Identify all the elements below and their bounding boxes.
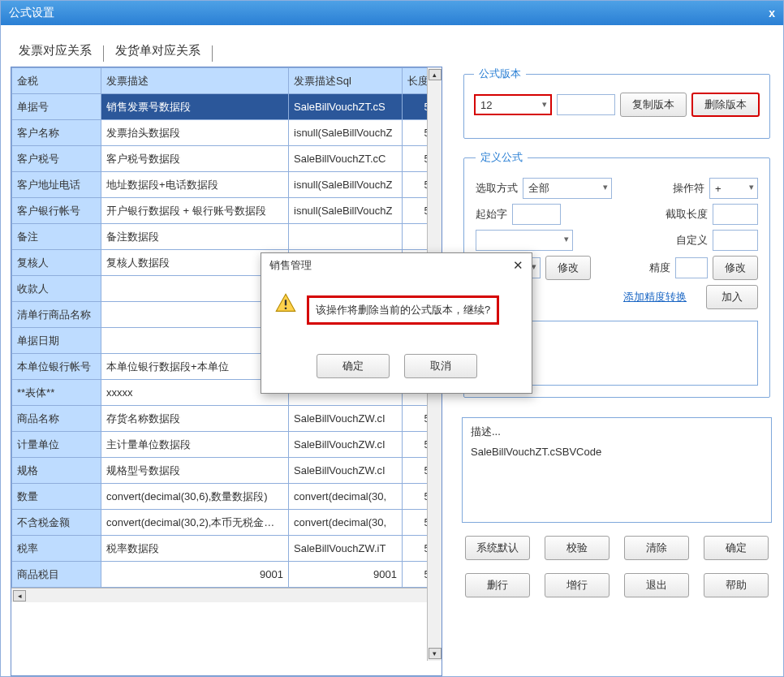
cell[interactable]: 开户银行数据段 + 银行账号数据段 <box>101 198 289 224</box>
cell[interactable]: SaleBillVouchZW.cI <box>289 432 403 458</box>
description-box[interactable]: 描述... SaleBillVouchZT.cSBVCode <box>462 417 772 523</box>
close-icon[interactable]: ✕ <box>513 258 523 273</box>
version-combo[interactable]: 12 <box>474 94 552 115</box>
ok-button[interactable]: 确定 <box>704 536 769 560</box>
cell[interactable]: convert(decimal(30, <box>289 484 403 510</box>
exit-button[interactable]: 退出 <box>624 573 689 597</box>
cell[interactable]: SaleBillVouchZW.iT <box>289 536 403 562</box>
scroll-up-icon[interactable]: ▴ <box>429 69 442 80</box>
table-row[interactable]: 客户地址电话地址数据段+电话数据段isnull(SaleBillVouchZ50 <box>12 172 442 198</box>
svg-rect-1 <box>285 308 286 309</box>
cell[interactable]: 地址数据段+电话数据段 <box>101 172 289 198</box>
dialog-cancel-button[interactable]: 取消 <box>404 354 477 378</box>
cell[interactable]: 客户名称 <box>12 120 101 146</box>
cell[interactable]: 存货名称数据段 <box>101 406 289 432</box>
cut-len-input[interactable] <box>713 204 758 225</box>
version-group: 公式版本 12 复制版本 删除版本 <box>463 67 770 139</box>
cell[interactable]: 数量 <box>12 484 101 510</box>
cell[interactable]: convert(decimal(30,6),数量数据段) <box>101 484 289 510</box>
close-icon[interactable]: x <box>769 6 775 19</box>
add-row-button[interactable]: 增行 <box>545 573 610 597</box>
clear-button[interactable]: 清除 <box>624 536 689 560</box>
table-row[interactable]: 规格规格型号数据段SaleBillVouchZW.cI50 <box>12 458 442 484</box>
cell[interactable]: 备注数据段 <box>101 224 289 250</box>
version-input[interactable] <box>557 94 615 115</box>
cell[interactable]: isnull(SaleBillVouchZ <box>289 120 403 146</box>
scroll-left-icon[interactable]: ◂ <box>13 590 26 602</box>
version-value: 12 <box>480 99 492 111</box>
cell[interactable]: 税率 <box>12 536 101 562</box>
cell[interactable]: 清单行商品名称 <box>12 302 101 328</box>
system-default-button[interactable]: 系统默认 <box>465 536 530 560</box>
cell[interactable]: **表体** <box>12 380 101 406</box>
add-button[interactable]: 加入 <box>706 285 758 309</box>
validate-button[interactable]: 校验 <box>545 536 610 560</box>
cell[interactable]: 单据号 <box>12 94 101 120</box>
copy-version-button[interactable]: 复制版本 <box>620 93 687 117</box>
custom-input[interactable] <box>713 230 758 251</box>
cell[interactable]: convert(decimal(30, <box>289 510 403 536</box>
cell[interactable]: 客户税号 <box>12 146 101 172</box>
cell[interactable]: 主计量单位数据段 <box>101 432 289 458</box>
delete-version-button[interactable]: 删除版本 <box>691 93 760 117</box>
tab-shipping-relation[interactable]: 发货单对应关系 <box>110 40 205 62</box>
cell[interactable]: 商品税目 <box>12 562 101 588</box>
table-row[interactable]: 不含税金额convert(decimal(30,2),本币无税金额数据conve… <box>12 510 442 536</box>
precision-modify-button[interactable]: 修改 <box>713 256 758 280</box>
cell[interactable]: 销售发票号数据段 <box>101 94 289 120</box>
cell[interactable]: 9001 <box>289 562 403 588</box>
cell[interactable]: 客户银行帐号 <box>12 198 101 224</box>
col-header[interactable]: 金税 <box>12 68 101 94</box>
table-row[interactable]: 商品税目9001900150 <box>12 562 442 588</box>
cell[interactable]: SaleBillVouchZW.cI <box>289 406 403 432</box>
table-row[interactable]: 单据号销售发票号数据段SaleBillVouchZT.cS50 <box>12 94 442 120</box>
cell[interactable]: 计量单位 <box>12 432 101 458</box>
cell[interactable]: SaleBillVouchZT.cS <box>289 94 403 120</box>
cell[interactable]: 本单位银行帐号 <box>12 354 101 380</box>
table-row[interactable]: 商品名称存货名称数据段SaleBillVouchZW.cI50 <box>12 406 442 432</box>
start-char-input[interactable] <box>512 204 561 225</box>
window-title: 公式设置 <box>9 6 54 20</box>
table-row[interactable]: 客户名称发票抬头数据段isnull(SaleBillVouchZ50 <box>12 120 442 146</box>
cell[interactable]: isnull(SaleBillVouchZ <box>289 198 403 224</box>
cell[interactable]: 9001 <box>101 562 289 588</box>
delete-row-button[interactable]: 删行 <box>465 573 530 597</box>
scroll-down-icon[interactable]: ▾ <box>429 648 442 659</box>
cell[interactable]: 不含税金额 <box>12 510 101 536</box>
cell[interactable]: 单据日期 <box>12 328 101 354</box>
cell[interactable]: isnull(SaleBillVouchZ <box>289 172 403 198</box>
col-header[interactable]: 发票描述 <box>101 68 289 94</box>
cell[interactable] <box>289 224 403 250</box>
table-row[interactable]: 计量单位主计量单位数据段SaleBillVouchZW.cI50 <box>12 432 442 458</box>
cell[interactable]: 规格型号数据段 <box>101 458 289 484</box>
cell[interactable]: 发票抬头数据段 <box>101 120 289 146</box>
help-button[interactable]: 帮助 <box>704 573 769 597</box>
table-row[interactable]: 税率税率数据段SaleBillVouchZW.iT50 <box>12 536 442 562</box>
cell[interactable]: SaleBillVouchZT.cC <box>289 146 403 172</box>
select-mode-label: 选取方式 <box>476 181 518 196</box>
table-row[interactable]: 客户银行帐号开户银行数据段 + 银行账号数据段isnull(SaleBillVo… <box>12 198 442 224</box>
cell[interactable]: 复核人 <box>12 250 101 276</box>
cell[interactable]: convert(decimal(30,2),本币无税金额数据 <box>101 510 289 536</box>
table-row[interactable]: 客户税号客户税号数据段SaleBillVouchZT.cC50 <box>12 146 442 172</box>
custom-combo[interactable] <box>476 230 573 251</box>
add-precision-link[interactable]: 添加精度转换 <box>618 285 691 309</box>
col-header[interactable]: 发票描述Sql <box>289 68 403 94</box>
horizontal-scrollbar[interactable]: ◂ ▸ <box>11 588 442 602</box>
cell[interactable]: 商品名称 <box>12 406 101 432</box>
operator-combo[interactable]: + <box>709 178 758 199</box>
modify-button[interactable]: 修改 <box>545 256 591 280</box>
cell[interactable]: 规格 <box>12 458 101 484</box>
cell[interactable]: 税率数据段 <box>101 536 289 562</box>
select-mode-combo[interactable]: 全部 <box>523 178 612 199</box>
cell[interactable]: 备注 <box>12 224 101 250</box>
precision-input[interactable] <box>675 257 708 278</box>
table-row[interactable]: 数量convert(decimal(30,6),数量数据段)convert(de… <box>12 484 442 510</box>
tab-invoice-relation[interactable]: 发票对应关系 <box>14 40 97 62</box>
cell[interactable]: SaleBillVouchZW.cI <box>289 458 403 484</box>
table-row[interactable]: 备注备注数据段 <box>12 224 442 250</box>
dialog-ok-button[interactable]: 确定 <box>317 354 390 378</box>
cell[interactable]: 客户税号数据段 <box>101 146 289 172</box>
cell[interactable]: 客户地址电话 <box>12 172 101 198</box>
cell[interactable]: 收款人 <box>12 276 101 302</box>
